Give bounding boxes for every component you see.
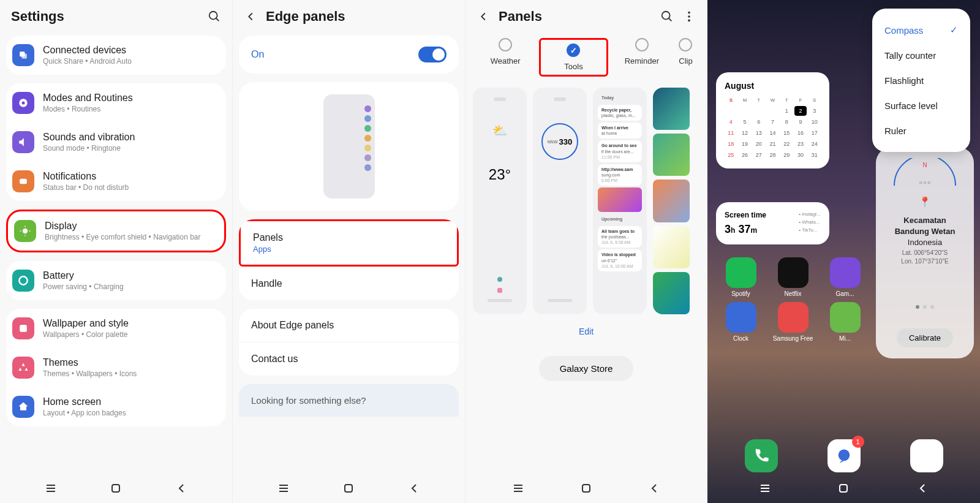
more-icon[interactable] bbox=[682, 10, 696, 23]
handle-item[interactable]: Handle bbox=[239, 267, 459, 300]
recents-button[interactable] bbox=[511, 481, 526, 496]
dropdown-compass[interactable]: Compass✓ bbox=[872, 17, 970, 43]
location-icon: 📍 bbox=[919, 196, 931, 208]
settings-item-sounds[interactable]: Sounds and vibrationSound mode • Rington… bbox=[6, 123, 226, 162]
panel-tab-reminder[interactable]: Reminder bbox=[613, 38, 671, 77]
svg-point-7 bbox=[23, 229, 28, 233]
home-icon bbox=[12, 396, 34, 418]
navbar bbox=[707, 474, 980, 503]
radio-checked[interactable] bbox=[567, 43, 580, 57]
calendar-grid: SMTWTFS123456789101112131415161718192021… bbox=[725, 96, 821, 160]
back-icon[interactable] bbox=[244, 10, 257, 23]
edge-list: Panels Apps Handle About Edge panels Con… bbox=[233, 219, 465, 474]
about-item[interactable]: About Edge panels bbox=[239, 309, 459, 342]
settings-list: Connected devicesQuick Share • Android A… bbox=[0, 36, 232, 474]
toggle-switch[interactable] bbox=[418, 47, 447, 62]
back-button[interactable] bbox=[915, 481, 930, 496]
svg-rect-37 bbox=[840, 485, 847, 492]
page-indicator bbox=[916, 305, 934, 309]
header: Panels bbox=[466, 0, 707, 36]
svg-text:N: N bbox=[922, 162, 927, 168]
app-mi...[interactable]: Mi... bbox=[820, 302, 870, 342]
contact-item[interactable]: Contact us bbox=[239, 342, 459, 376]
looking-for-something: Looking for something else? bbox=[239, 384, 459, 417]
messages-app-icon[interactable]: 1 bbox=[827, 439, 861, 472]
back-button[interactable] bbox=[407, 481, 421, 496]
toggle-label: On bbox=[251, 49, 264, 60]
settings-item-battery[interactable]: BatteryPower saving • Charging bbox=[6, 261, 226, 300]
edge-toggle-row[interactable]: On bbox=[239, 36, 459, 74]
themes-icon bbox=[12, 357, 34, 379]
app-spotify[interactable]: Spotify bbox=[716, 257, 766, 297]
link-icon bbox=[12, 44, 34, 66]
settings-item-connected-devices[interactable]: Connected devicesQuick Share • Android A… bbox=[6, 36, 226, 75]
navbar bbox=[466, 474, 707, 503]
panel-tab-clip[interactable]: Clip bbox=[676, 38, 696, 77]
svg-point-22 bbox=[662, 12, 670, 20]
compass-edge-panel[interactable]: No o o 📍 Kecamatan Bandung Wetan Indones… bbox=[876, 147, 974, 358]
tools-dropdown[interactable]: Compass✓ Tally counter Flashlight Surfac… bbox=[872, 9, 970, 152]
browser-app-icon[interactable] bbox=[910, 439, 943, 472]
svg-rect-21 bbox=[345, 485, 352, 492]
settings-item-display[interactable]: DisplayBrightness • Eye comfort shield •… bbox=[8, 211, 224, 251]
panel-tab-tools[interactable]: Tools bbox=[539, 38, 608, 77]
recents-button[interactable] bbox=[758, 481, 772, 496]
navbar bbox=[0, 474, 232, 503]
back-icon[interactable] bbox=[477, 10, 490, 23]
screentime-widget[interactable]: Screen time 3h 37m • Instagr... • Whats.… bbox=[716, 202, 829, 244]
settings-item-themes[interactable]: ThemesThemes • Wallpapers • Icons bbox=[6, 348, 226, 387]
reminder-preview[interactable]: Today Recycle paper,plastic, glass, m...… bbox=[593, 88, 647, 314]
settings-item-notifications[interactable]: NotificationsStatus bar • Do not disturb bbox=[6, 162, 226, 201]
edge-preview bbox=[239, 82, 459, 211]
weather-temp: 23° bbox=[489, 166, 511, 183]
reminder-image bbox=[598, 187, 642, 212]
notif-icon bbox=[12, 170, 34, 192]
dropdown-flashlight[interactable]: Flashlight bbox=[872, 68, 970, 93]
app-netflix[interactable]: Netflix bbox=[768, 257, 818, 297]
svg-rect-13 bbox=[20, 325, 27, 332]
radio-unchecked[interactable] bbox=[635, 38, 649, 51]
back-button[interactable] bbox=[647, 481, 662, 496]
dropdown-ruler[interactable]: Ruler bbox=[872, 118, 970, 143]
app-grid: SpotifyNetflixGam...ClockSamsung FreeMi.… bbox=[716, 257, 870, 342]
settings-item-modes[interactable]: Modes and RoutinesModes • Routines bbox=[6, 83, 226, 123]
weather-preview[interactable]: ⛅ 23° bbox=[473, 88, 527, 314]
app-clock[interactable]: Clock bbox=[716, 302, 766, 342]
recents-button[interactable] bbox=[43, 481, 58, 496]
navbar bbox=[233, 474, 465, 503]
clipboard-preview[interactable] bbox=[653, 88, 690, 314]
panels-item[interactable]: Panels Apps bbox=[239, 219, 459, 267]
sound-icon bbox=[12, 131, 34, 153]
calibrate-button[interactable]: Calibrate bbox=[897, 328, 953, 347]
radio-unchecked[interactable] bbox=[679, 38, 692, 51]
back-button[interactable] bbox=[174, 481, 189, 496]
recents-button[interactable] bbox=[276, 481, 291, 496]
app-gam...[interactable]: Gam... bbox=[820, 257, 870, 297]
svg-point-25 bbox=[688, 15, 690, 18]
svg-line-23 bbox=[669, 18, 672, 21]
header: Settings bbox=[0, 0, 232, 36]
app-samsung free[interactable]: Samsung Free bbox=[768, 302, 818, 342]
svg-point-33 bbox=[838, 450, 850, 461]
panel-tab-weather[interactable]: Weather bbox=[477, 38, 534, 77]
dropdown-tally[interactable]: Tally counter bbox=[872, 43, 970, 68]
home-button[interactable] bbox=[579, 481, 594, 496]
edit-link[interactable]: Edit bbox=[472, 327, 701, 336]
svg-rect-30 bbox=[582, 485, 590, 492]
galaxy-store-button[interactable]: Galaxy Store bbox=[539, 356, 634, 381]
home-button[interactable] bbox=[108, 481, 123, 496]
calendar-widget[interactable]: August SMTWTFS12345678910111213141516171… bbox=[716, 72, 829, 168]
edge-panels-screen: Edge panels On Panels Apps Handle bbox=[233, 0, 466, 503]
dropdown-surface[interactable]: Surface level bbox=[872, 93, 970, 118]
compass-dial: NNW330 bbox=[541, 123, 578, 160]
search-icon[interactable] bbox=[660, 10, 674, 23]
tools-preview[interactable]: NNW330 bbox=[533, 88, 587, 314]
settings-item-wallpaper[interactable]: Wallpaper and styleWallpapers • Color pa… bbox=[6, 309, 226, 348]
phone-app-icon[interactable] bbox=[745, 439, 778, 472]
home-button[interactable] bbox=[836, 481, 851, 496]
home-button[interactable] bbox=[341, 481, 356, 496]
radio-unchecked[interactable] bbox=[499, 38, 512, 51]
panel-tabs: Weather Tools Reminder Clip bbox=[472, 36, 701, 83]
settings-item-home[interactable]: Home screenLayout • App icon badges bbox=[6, 387, 226, 426]
search-icon[interactable] bbox=[208, 10, 221, 23]
